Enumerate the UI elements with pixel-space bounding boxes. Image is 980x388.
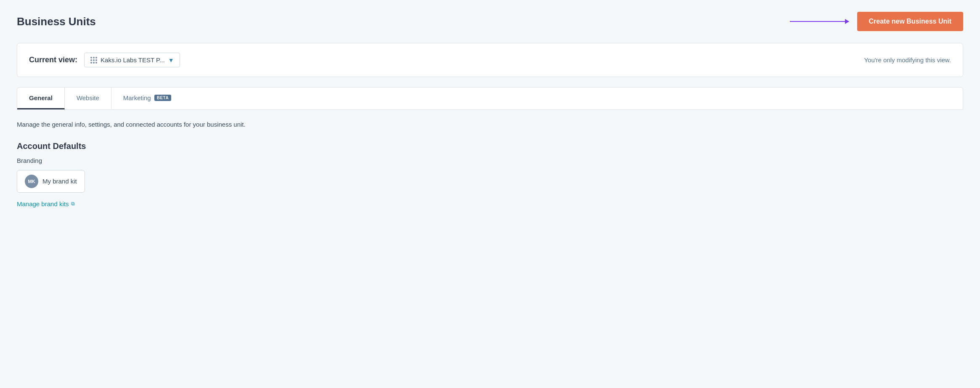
content-area: Manage the general info, settings, and c… — [17, 120, 963, 207]
beta-badge: BETA — [154, 95, 171, 101]
branding-label: Branding — [17, 157, 963, 164]
brand-kit-name: My brand kit — [42, 178, 77, 185]
current-view-note: You're only modifying this view. — [864, 56, 951, 64]
tab-marketing-label: Marketing — [123, 94, 151, 101]
view-selector-text: Kaks.io Labs TEST P... — [101, 56, 165, 64]
view-selector-dropdown[interactable]: Kaks.io Labs TEST P... ▼ — [84, 53, 180, 67]
manage-brand-kits-label: Manage brand kits — [17, 200, 69, 207]
tab-website-label: Website — [77, 94, 99, 101]
current-view-bar: Current view: Kaks.io Labs TEST P... ▼ Y — [17, 43, 963, 77]
tab-general[interactable]: General — [17, 88, 65, 109]
create-business-unit-button[interactable]: Create new Business Unit — [857, 12, 964, 31]
brand-kit-card[interactable]: MK My brand kit — [17, 170, 85, 193]
external-link-icon: ⧉ — [71, 201, 75, 207]
page-header: Business Units Create new Business Unit — [17, 12, 963, 31]
manage-brand-kits-link[interactable]: Manage brand kits ⧉ — [17, 200, 963, 207]
arrow-line — [790, 21, 849, 22]
arrow-indicator — [790, 21, 849, 22]
current-view-label: Current view: — [29, 56, 77, 64]
brand-kit-avatar: MK — [25, 175, 38, 188]
chevron-down-icon: ▼ — [168, 57, 174, 64]
tab-marketing[interactable]: Marketing BETA — [111, 88, 183, 109]
header-right: Create new Business Unit — [790, 12, 964, 31]
tab-website[interactable]: Website — [65, 88, 111, 109]
tab-general-label: General — [29, 94, 53, 101]
grid-icon — [90, 57, 97, 64]
account-defaults-title: Account Defaults — [17, 141, 963, 151]
page-title: Business Units — [17, 15, 96, 28]
tabs-container: General Website Marketing BETA — [17, 87, 963, 110]
current-view-left: Current view: Kaks.io Labs TEST P... ▼ — [29, 53, 180, 67]
section-description: Manage the general info, settings, and c… — [17, 120, 963, 130]
